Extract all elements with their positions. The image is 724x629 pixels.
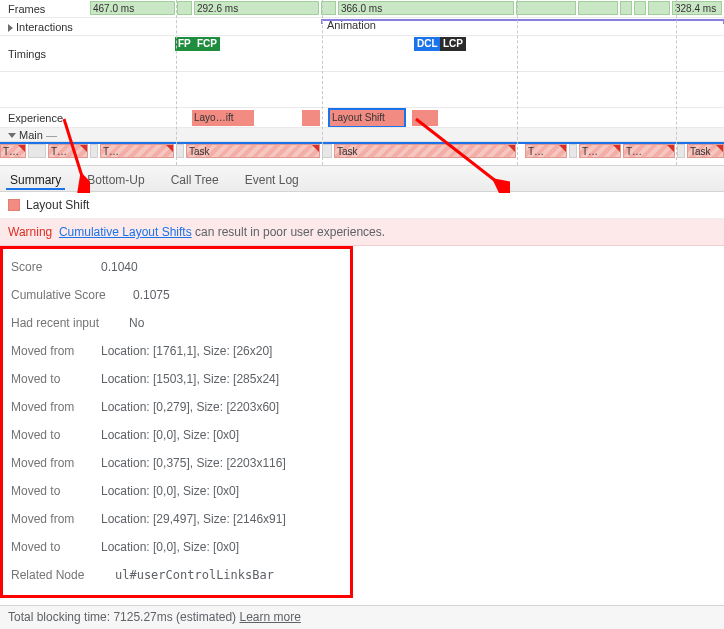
related-node-link[interactable]: ul#userControlLinksBar [115, 568, 274, 582]
task-bar[interactable] [176, 144, 184, 158]
animation-bar[interactable] [321, 19, 724, 24]
tab-summary[interactable]: Summary [6, 168, 65, 190]
fcp-marker[interactable]: FCP [194, 37, 220, 51]
details-box: Score 0.1040 Cumulative Score 0.1075 Had… [0, 246, 353, 598]
main-thread-toggle[interactable]: Main — [0, 128, 724, 142]
frame-bar[interactable] [177, 1, 192, 15]
tabs-bar: Summary Bottom-Up Call Tree Event Log [0, 166, 724, 192]
gridline [176, 0, 177, 165]
detail-label: Had recent input [11, 316, 117, 330]
task-bar[interactable]: T… [48, 144, 88, 158]
detail-label: Score [11, 260, 89, 274]
task-bar[interactable]: T… [623, 144, 675, 158]
layout-shift-block[interactable]: Layo…ift [192, 110, 254, 126]
detail-value: Location: [1503,1], Size: [285x24] [101, 372, 279, 386]
layout-shift-block[interactable] [302, 110, 320, 126]
row-label-text: Interactions [16, 21, 73, 33]
tab-call-tree[interactable]: Call Tree [167, 168, 223, 190]
footer-bar: Total blocking time: 7125.27ms (estimate… [0, 605, 724, 629]
detail-row: Moved to Location: [0,0], Size: [0x0] [9, 477, 344, 505]
timings-lane[interactable]: FP FCP DCL LCP [86, 36, 724, 71]
frame-bar[interactable] [321, 1, 336, 15]
learn-more-link[interactable]: Learn more [239, 610, 300, 624]
detail-row: Related Node ul#userControlLinksBar [9, 561, 344, 589]
detail-row: Moved to Location: [0,0], Size: [0x0] [9, 421, 344, 449]
detail-label: Moved to [11, 372, 89, 386]
detail-value: 0.1040 [101, 260, 138, 274]
interactions-row: Interactions Animation [0, 18, 724, 36]
frame-bar[interactable] [648, 1, 670, 15]
task-bar[interactable] [90, 144, 98, 158]
detail-label: Moved to [11, 540, 89, 554]
cls-link[interactable]: Cumulative Layout Shifts [59, 225, 192, 239]
fp-marker[interactable]: FP [175, 37, 194, 51]
detail-value: No [129, 316, 144, 330]
frame-bar[interactable] [620, 1, 632, 15]
tab-bottom-up[interactable]: Bottom-Up [83, 168, 148, 190]
tab-event-log[interactable]: Event Log [241, 168, 303, 190]
detail-row: Moved from Location: [29,497], Size: [21… [9, 505, 344, 533]
experience-label: Experience [0, 112, 86, 124]
frames-row: Frames 467.0 ms 292.6 ms 366.0 ms 328.4 … [0, 0, 724, 18]
detail-value: Location: [0,0], Size: [0x0] [101, 484, 239, 498]
task-bar[interactable] [28, 144, 46, 158]
timings-row: Timings FP FCP DCL LCP [0, 36, 724, 72]
task-bar[interactable] [569, 144, 577, 158]
task-lane[interactable]: T… T… T… Task Task T… T… T… Task [0, 142, 724, 158]
interactions-toggle[interactable]: Interactions [0, 21, 86, 33]
frame-text: 467.0 ms [93, 3, 134, 14]
detail-value: Location: [0,0], Size: [0x0] [101, 428, 239, 442]
task-bar[interactable]: T… [579, 144, 621, 158]
frame-bar[interactable] [634, 1, 646, 15]
task-bar[interactable]: Task [186, 144, 320, 158]
frame-text: 292.6 ms [197, 3, 238, 14]
interactions-lane[interactable]: Animation [86, 18, 724, 35]
task-bar[interactable] [322, 144, 332, 158]
task-text: T… [103, 146, 119, 157]
detail-label: Moved from [11, 400, 89, 414]
warning-rest: can result in poor user experiences. [192, 225, 385, 239]
lcp-marker[interactable]: LCP [440, 37, 466, 51]
task-text: T… [528, 146, 544, 157]
detail-label: Related Node [11, 568, 103, 582]
task-text: T… [626, 146, 642, 157]
frame-bar[interactable]: 366.0 ms [338, 1, 514, 15]
experience-lane[interactable]: Layo…ift Layout Shift [86, 108, 724, 127]
detail-value: Location: [29,497], Size: [2146x91] [101, 512, 286, 526]
task-text: T… [3, 146, 19, 157]
dcl-marker[interactable]: DCL [414, 37, 441, 51]
task-bar[interactable]: T… [100, 144, 174, 158]
detail-label: Cumulative Score [11, 288, 121, 302]
frame-bar[interactable]: 328.4 ms [672, 1, 722, 15]
task-text: Task [189, 146, 210, 157]
frame-bar[interactable]: 467.0 ms [90, 1, 175, 15]
spacer-lane [86, 72, 724, 107]
timeline-panel: Frames 467.0 ms 292.6 ms 366.0 ms 328.4 … [0, 0, 724, 166]
frame-bar[interactable] [516, 1, 576, 15]
task-bar[interactable]: T… [525, 144, 567, 158]
warning-row: Warning Cumulative Layout Shifts can res… [0, 219, 724, 246]
frame-text: 366.0 ms [341, 3, 382, 14]
task-bar[interactable]: T… [0, 144, 26, 158]
summary-header: Layout Shift [0, 192, 724, 219]
footer-text: Total blocking time: 7125.27ms (estimate… [8, 610, 239, 624]
detail-label: Moved from [11, 344, 89, 358]
detail-row: Moved to Location: [1503,1], Size: [285x… [9, 365, 344, 393]
task-bar[interactable] [677, 144, 685, 158]
summary-title: Layout Shift [26, 198, 89, 212]
task-bar[interactable]: Task [334, 144, 516, 158]
detail-value: Location: [1761,1], Size: [26x20] [101, 344, 272, 358]
gridline [322, 0, 323, 165]
frame-bar[interactable] [578, 1, 618, 15]
frame-bar[interactable]: 292.6 ms [194, 1, 319, 15]
frames-lane[interactable]: 467.0 ms 292.6 ms 366.0 ms 328.4 ms [86, 0, 724, 17]
detail-row: Moved from Location: [0,279], Size: [220… [9, 393, 344, 421]
layout-shift-block[interactable] [412, 110, 438, 126]
layout-shift-swatch-icon [8, 199, 20, 211]
animation-label: Animation [327, 19, 376, 31]
layout-shift-selected[interactable]: Layout Shift [330, 110, 404, 126]
detail-row: Score 0.1040 [9, 253, 344, 281]
detail-row: Cumulative Score 0.1075 [9, 281, 344, 309]
detail-row: Had recent input No [9, 309, 344, 337]
task-bar[interactable]: Task [687, 144, 724, 158]
